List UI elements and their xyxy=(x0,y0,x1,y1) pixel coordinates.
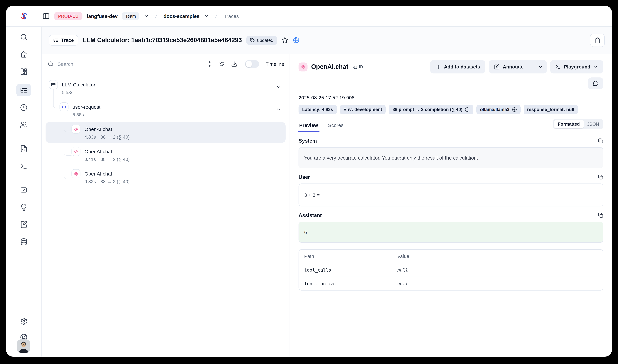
sidebar-item-users[interactable] xyxy=(16,120,31,130)
table-cell-path: function_call xyxy=(304,281,397,286)
observation-name: OpenAI.chat xyxy=(311,63,348,70)
plus-circle-icon xyxy=(512,107,517,112)
chevron-down-icon xyxy=(593,65,598,69)
node-tokens: 38 → 2 (∑ 40) xyxy=(101,134,130,140)
collapse-chevron-icon[interactable] xyxy=(276,106,282,112)
org-chevron-down-icon[interactable] xyxy=(143,13,149,19)
tree-settings-icon[interactable] xyxy=(219,61,225,67)
sidebar-item-home[interactable] xyxy=(16,49,31,59)
openai-generation-icon xyxy=(71,169,80,178)
tab-preview[interactable]: Preview xyxy=(298,120,319,132)
sidebar-item-search[interactable] xyxy=(16,32,31,42)
node-duration: 4.83s xyxy=(84,134,96,140)
node-name: OpenAI.chat xyxy=(84,149,112,154)
sidebar-item-annotation-queues[interactable] xyxy=(16,219,31,229)
system-message: You are a very accurate calculator. You … xyxy=(298,147,603,168)
copy-icon[interactable] xyxy=(598,138,603,143)
sidebar-toggle-icon[interactable] xyxy=(42,12,50,20)
download-icon[interactable] xyxy=(231,61,237,67)
table-cell-path: tool_calls xyxy=(304,267,397,273)
copy-icon[interactable] xyxy=(598,175,603,180)
environment-badge[interactable]: PROD-EU xyxy=(54,12,83,20)
annotate-button[interactable]: Annotate xyxy=(489,60,528,74)
nav-rail xyxy=(6,26,41,357)
copy-icon[interactable] xyxy=(598,213,603,218)
org-type-badge: Team xyxy=(122,12,139,20)
tree-connector xyxy=(64,113,71,132)
tree-node-generation-selected[interactable]: OpenAI.chat 4.83s 38 → 2 (∑ 40) xyxy=(46,122,285,143)
sidebar-item-evaluation[interactable] xyxy=(16,202,31,212)
user-avatar[interactable] xyxy=(17,339,30,353)
tree-connector xyxy=(64,156,71,179)
tree-node-span[interactable]: user-request 5.58s xyxy=(46,100,285,121)
sidebar-item-datasets[interactable] xyxy=(16,237,31,247)
comments-button[interactable] xyxy=(588,78,603,90)
trace-type-label: Trace xyxy=(61,38,74,43)
token-usage-badge[interactable]: 38 prompt → 2 completion (∑ 40) xyxy=(389,105,473,114)
node-name: OpenAI.chat xyxy=(84,126,112,132)
sidebar-item-prompts[interactable] xyxy=(16,143,31,154)
info-icon xyxy=(465,107,470,112)
langfuse-logo-icon[interactable] xyxy=(19,12,28,20)
user-message: 3 + 3 = xyxy=(298,183,603,207)
tree-connector xyxy=(53,89,60,108)
tree-node-trace[interactable]: LLM Calculator 5.58s xyxy=(46,78,285,98)
collapse-all-icon[interactable] xyxy=(206,61,213,67)
annotate-dropdown-chevron-icon[interactable] xyxy=(534,60,547,74)
sidebar-item-sessions[interactable] xyxy=(16,102,31,112)
sidebar-item-tracing[interactable] xyxy=(16,84,31,96)
detail-tabs: Preview Scores Formatted JSON xyxy=(298,119,603,132)
breadcrumb-org[interactable]: langfuse-dev xyxy=(87,13,118,19)
tag-badge[interactable]: updated xyxy=(246,36,277,45)
view-json-button[interactable]: JSON xyxy=(584,120,602,128)
timeline-toggle[interactable] xyxy=(245,60,259,68)
add-to-datasets-label: Add to datasets xyxy=(444,64,480,69)
public-globe-icon[interactable] xyxy=(293,37,299,44)
view-formatted-button[interactable]: Formatted xyxy=(554,120,584,128)
collapse-chevron-icon[interactable] xyxy=(276,84,282,90)
terminal-icon xyxy=(555,64,561,69)
openai-generation-icon xyxy=(71,125,80,134)
breadcrumb-separator xyxy=(213,13,219,19)
output-metadata-table: Path Value tool_calls null function_call… xyxy=(298,249,603,290)
node-name: user-request xyxy=(73,104,100,110)
sidebar-item-scores[interactable] xyxy=(16,185,31,195)
table-row: function_call null xyxy=(299,277,603,290)
breadcrumb-project[interactable]: docs-examples xyxy=(163,13,199,19)
span-icon xyxy=(60,102,68,111)
annotate-label: Annotate xyxy=(503,64,524,69)
search-input[interactable] xyxy=(58,61,200,67)
playground-button[interactable]: Playground xyxy=(550,60,603,74)
model-badge[interactable]: ollama/llama3 xyxy=(476,105,520,114)
project-chevron-down-icon[interactable] xyxy=(204,13,209,19)
page-title: LLM Calculator: 1aab1c70319ce53e2604801a… xyxy=(83,37,242,44)
openai-generation-icon xyxy=(71,147,80,156)
sidebar-item-dashboards[interactable] xyxy=(16,66,31,77)
sidebar-item-playground[interactable] xyxy=(16,161,31,171)
search-icon xyxy=(48,61,54,67)
tab-scores[interactable]: Scores xyxy=(327,120,344,132)
trace-tree-panel: Timeline LLM Calculator 5.58s xyxy=(41,54,290,357)
copy-id-button[interactable]: ID xyxy=(353,65,363,69)
add-to-datasets-button[interactable]: Add to datasets xyxy=(430,60,486,74)
breadcrumb-page[interactable]: Traces xyxy=(224,13,239,19)
node-duration: 5.58s xyxy=(73,112,84,117)
breadcrumb: PROD-EU langfuse-dev Team docs-examples … xyxy=(6,6,612,26)
view-mode-toggle: Formatted JSON xyxy=(553,119,603,129)
tree-connector xyxy=(64,132,71,156)
tree-toolbar: Timeline xyxy=(41,54,290,74)
table-cell-value: null xyxy=(397,267,408,273)
list-tree-icon xyxy=(53,38,59,43)
delete-trace-button[interactable] xyxy=(590,34,605,47)
tree-node-generation[interactable]: OpenAI.chat 0.41s 38 → 2 (∑ 40) xyxy=(46,144,285,165)
node-name: LLM Calculator xyxy=(62,82,95,87)
assistant-message: 6 xyxy=(298,222,603,243)
plus-icon xyxy=(435,64,441,70)
sidebar-item-settings[interactable] xyxy=(16,316,31,326)
divider xyxy=(531,60,531,74)
node-duration: 0.41s xyxy=(84,156,96,162)
timeline-label: Timeline xyxy=(266,61,284,67)
tree-node-generation[interactable]: OpenAI.chat 0.32s 38 → 2 (∑ 40) xyxy=(46,167,285,187)
env-badge: Env: development xyxy=(340,105,386,114)
bookmark-star-icon[interactable] xyxy=(282,37,288,44)
